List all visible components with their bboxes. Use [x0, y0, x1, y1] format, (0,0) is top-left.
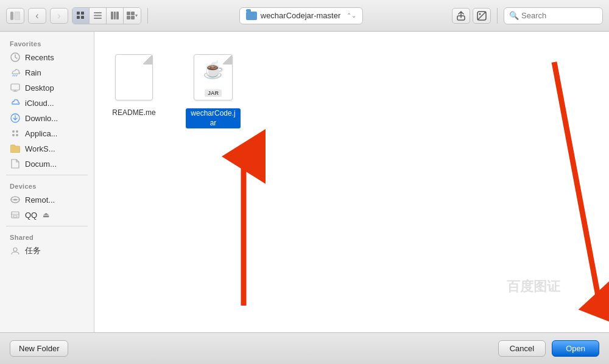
svg-rect-30 — [12, 212, 19, 218]
applications-icon — [10, 128, 21, 139]
readme-filename: README.me — [112, 108, 155, 118]
sidebar-item-qq[interactable]: QQ ⏏ — [2, 208, 91, 222]
rain-label: Rain — [25, 68, 41, 77]
readme-icon-container — [110, 50, 158, 105]
search-icon: 🔍 — [509, 11, 519, 20]
svg-rect-10 — [114, 12, 116, 19]
sidebar-item-remote[interactable]: Remot... — [2, 192, 91, 207]
qq-icon — [10, 209, 21, 220]
svg-rect-9 — [111, 12, 113, 19]
workspace-icon — [10, 143, 21, 154]
desktop-icon — [10, 82, 21, 93]
documents-label: Docum... — [25, 159, 57, 169]
jar-type-label: JAR — [205, 89, 222, 97]
shared-user-icon — [10, 245, 21, 256]
svg-rect-4 — [77, 16, 80, 19]
workspace-label: WorkS... — [25, 144, 55, 153]
share-icon — [457, 11, 465, 21]
applications-label: Applica... — [25, 129, 57, 138]
sidebar-item-workspace[interactable]: WorkS... — [2, 141, 91, 156]
rain-icon — [10, 67, 21, 78]
search-input[interactable] — [521, 11, 597, 20]
jar-file-icon: ☕ JAR — [194, 54, 233, 100]
svg-rect-5 — [81, 16, 84, 19]
qq-label: QQ — [25, 211, 37, 220]
view-columns-button[interactable] — [107, 8, 124, 24]
svg-rect-7 — [94, 15, 102, 16]
baidu-watermark: 百度图证 — [507, 278, 560, 296]
desktop-label: Desktop — [25, 83, 54, 93]
recents-label: Recents — [25, 53, 54, 62]
forward-icon: › — [57, 11, 60, 21]
icon-grid-icon — [77, 12, 85, 19]
tag-icon — [477, 11, 487, 21]
folder-icon — [246, 12, 257, 20]
current-path: wecharCodejar-master — [261, 11, 341, 20]
sidebar-item-icloud[interactable]: iCloud... — [2, 96, 91, 110]
view-list-button[interactable] — [90, 8, 107, 24]
path-bar: wecharCodejar-master ⌃⌄ — [154, 7, 448, 24]
file-item-wecharcode[interactable]: ☕ JAR wecharCode.jar — [186, 50, 241, 128]
columns-icon — [111, 12, 119, 19]
documents-icon — [10, 158, 21, 169]
downloads-label: Downlo... — [25, 114, 58, 123]
sidebar: Favorites Recents Rain Desktop — [0, 32, 94, 332]
view-group-button[interactable]: ▾ — [124, 8, 141, 24]
new-folder-button[interactable]: New Folder — [10, 340, 68, 357]
file-item-readme[interactable]: README.me — [107, 50, 161, 118]
svg-point-18 — [479, 13, 481, 15]
readme-file-icon — [115, 54, 153, 100]
shared-section-label: Shared — [0, 230, 94, 243]
forward-button[interactable]: › — [50, 8, 68, 24]
svg-rect-14 — [127, 16, 130, 19]
wecharcode-icon-container: ☕ JAR — [189, 50, 238, 105]
svg-rect-2 — [77, 12, 80, 15]
sidebar-item-applications[interactable]: Applica... — [2, 126, 91, 141]
main-area: Favorites Recents Rain Desktop — [0, 32, 609, 332]
open-button[interactable]: Open — [552, 340, 599, 357]
svg-rect-15 — [131, 16, 135, 19]
group-icon — [127, 12, 135, 19]
sidebar-item-desktop[interactable]: Desktop — [2, 80, 91, 95]
remote-icon — [10, 194, 21, 205]
sidebar-item-downloads[interactable]: Downlo... — [2, 111, 91, 125]
svg-point-25 — [16, 134, 18, 136]
svg-rect-3 — [81, 12, 84, 15]
svg-rect-13 — [131, 12, 135, 15]
file-area: README.me ☕ JAR wecharCode.jar — [94, 32, 609, 332]
divider-1 — [6, 175, 88, 175]
remote-label: Remot... — [25, 195, 55, 205]
svg-point-24 — [12, 134, 15, 136]
coffee-icon: ☕ — [203, 60, 224, 80]
bottom-bar: New Folder Cancel Open — [0, 332, 609, 364]
svg-rect-11 — [116, 12, 119, 19]
path-chevron-icon: ⌃⌄ — [347, 12, 356, 19]
search-bar[interactable]: 🔍 — [504, 7, 603, 24]
view-icon-button[interactable] — [72, 8, 90, 24]
tag-button[interactable] — [473, 8, 491, 24]
sidebar-item-rain[interactable]: Rain — [2, 65, 91, 80]
icloud-label: iCloud... — [25, 99, 54, 108]
sidebar-item-recents[interactable]: Recents — [2, 50, 91, 65]
svg-rect-6 — [94, 12, 102, 13]
view-mode-group: ▾ — [72, 7, 141, 24]
action-buttons — [452, 8, 491, 24]
favorites-section-label: Favorites — [0, 37, 94, 49]
eject-icon[interactable]: ⏏ — [43, 211, 49, 219]
svg-rect-8 — [94, 18, 102, 19]
path-display[interactable]: wecharCodejar-master ⌃⌄ — [239, 7, 364, 24]
divider-2 — [6, 226, 88, 226]
svg-rect-0 — [10, 12, 13, 20]
svg-rect-1 — [15, 12, 20, 20]
share-button[interactable] — [452, 8, 470, 24]
cancel-button[interactable]: Cancel — [498, 340, 546, 357]
sidebar-item-shared1[interactable]: 任务 — [2, 243, 91, 258]
recents-icon — [10, 52, 21, 63]
shared1-label: 任务 — [25, 245, 41, 256]
sidebar-toggle-button[interactable] — [6, 8, 24, 24]
icloud-icon — [10, 97, 21, 108]
sidebar-item-documents[interactable]: Docum... — [2, 156, 91, 171]
svg-point-23 — [16, 130, 18, 133]
back-button[interactable]: ‹ — [28, 8, 46, 24]
svg-point-33 — [13, 248, 17, 251]
